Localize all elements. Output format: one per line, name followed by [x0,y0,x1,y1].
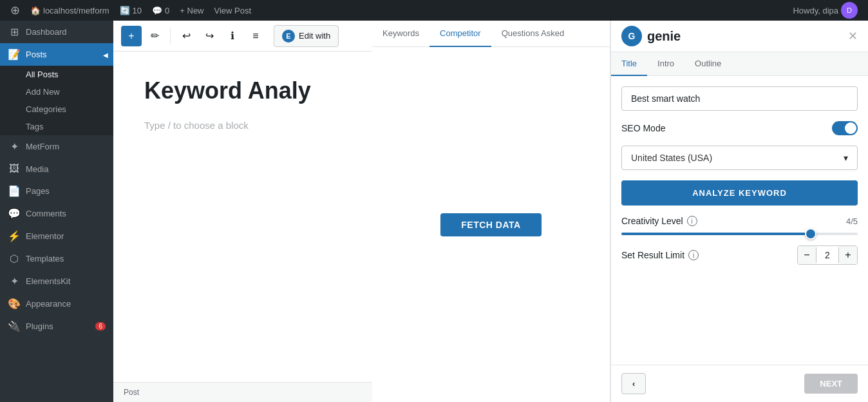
tab-questions-asked-label: Questions Asked [502,28,565,38]
sidebar-label-dashboard: Dashboard [26,27,67,37]
edit-with-logo: E [282,30,295,43]
tab-keywords-label: Keywords [382,28,419,38]
sidebar-item-media[interactable]: 🖼 Media [0,158,113,180]
add-block-button[interactable]: + [121,26,142,46]
chevron-down-icon: ▾ [844,153,848,163]
sidebar-submenu-tags[interactable]: Tags [0,118,113,135]
view-post-item[interactable]: View Post [209,0,257,21]
howdy-item[interactable]: Howdy, dipa D [788,0,863,21]
sidebar: ⊞ Dashboard 📝 Posts ◀ All Posts Add New … [0,21,113,402]
metform-icon: ✦ [8,140,21,153]
genie-logo-text: genie [647,29,681,44]
creativity-info-icon[interactable]: i [687,216,697,226]
sidebar-item-templates[interactable]: ⬡ Templates [0,247,113,270]
plugins-icon: 🔌 [8,320,21,332]
fetch-data-button[interactable]: FETCH DATA [440,213,541,236]
home-icon: 🏠 [30,6,41,15]
creativity-section: Creativity Level i 4/5 [621,216,858,235]
close-panel-button[interactable]: ✕ [848,29,858,43]
stepper-minus-button[interactable]: − [798,246,816,264]
sidebar-item-plugins[interactable]: 🔌 Plugins 6 [0,315,113,338]
list-view-button[interactable]: ≡ [245,26,266,46]
tab-competitor[interactable]: Competitor [429,21,491,47]
sub-tab-title[interactable]: Title [611,52,647,76]
tab-competitor-label: Competitor [440,28,481,38]
sidebar-label-metform: MetForm [26,142,59,151]
fetch-data-container: FETCH DATA [440,198,541,252]
sidebar-label-comments: Comments [26,209,66,218]
sidebar-item-posts[interactable]: 📝 Posts ◀ [0,43,113,66]
prev-icon: ‹ [632,379,635,388]
sub-tab-intro[interactable]: Intro [647,52,684,76]
analyze-btn-label: ANALYZE KEYWORD [692,188,787,198]
post-status-label: Post [124,388,139,397]
wp-logo: ⊕ [10,3,20,17]
sidebar-item-pages[interactable]: 📄 Pages [0,180,113,202]
comments-item[interactable]: 💬 0 [147,0,175,21]
creativity-label: Creativity Level [621,216,683,226]
right-panel-body: SEO Mode United States (USA) ▾ ANALYZE K… [611,76,868,365]
prev-button[interactable]: ‹ [621,373,646,394]
sidebar-submenu-all-posts[interactable]: All Posts [0,66,113,83]
edit-with-label: Edit with [299,31,330,41]
slider-thumb[interactable] [805,228,816,240]
sub-tab-intro-label: Intro [657,59,674,68]
sidebar-item-appearance[interactable]: 🎨 Appearance [0,292,113,315]
comments-count: 0 [165,6,169,15]
editor-status-bar: Post [113,382,372,402]
sidebar-item-dashboard[interactable]: ⊞ Dashboard [0,21,113,43]
post-title[interactable]: Keyword Analy [144,77,341,104]
seo-mode-toggle[interactable] [832,121,858,135]
site-name-item[interactable]: 🏠 localhost/metform [25,0,115,21]
creativity-row: Creativity Level i 4/5 [621,216,858,226]
main-layout: ⊞ Dashboard 📝 Posts ◀ All Posts Add New … [0,21,868,402]
updates-item[interactable]: 🔄 10 [115,0,147,21]
sidebar-label-media: Media [26,164,48,174]
keyword-input[interactable] [621,86,858,111]
right-panel-header: G genie ✕ [611,21,868,52]
wp-logo-item[interactable]: ⊕ [5,0,25,21]
info-button[interactable]: ℹ [222,26,243,46]
new-item[interactable]: + New [175,0,209,21]
toggle-knob [845,122,856,134]
tab-questions-asked[interactable]: Questions Asked [491,21,575,47]
result-limit-info-icon[interactable]: i [688,250,699,260]
analyze-keyword-button[interactable]: ANALYZE KEYWORD [621,180,858,206]
howdy-label: Howdy, dipa [793,6,838,15]
seo-mode-label: SEO Mode [621,123,665,133]
admin-bar-right: Howdy, dipa D [788,0,863,21]
stepper-plus-button[interactable]: + [839,246,857,264]
next-label: NEXT [820,379,842,388]
comments-side-icon: 💬 [8,207,21,220]
sub-tab-outline-label: Outline [695,59,721,68]
sidebar-item-elementor[interactable]: ⚡ Elementor [0,225,113,247]
middle-keyword-body: FETCH DATA [372,47,610,402]
sidebar-item-elementskit[interactable]: ✦ ElementsKit [0,270,113,292]
posts-collapse-arrow: ◀ [103,51,108,58]
view-post-label: View Post [214,6,252,15]
edit-with-button[interactable]: E Edit with [274,25,339,47]
result-limit-row: Set Result Limit i − 2 + [621,245,858,265]
plugins-badge: 6 [95,322,106,330]
sub-tab-title-label: Title [621,59,637,68]
next-button[interactable]: NEXT [804,374,858,394]
editor-placeholder[interactable]: Type / to choose a block [144,120,341,131]
sidebar-item-comments[interactable]: 💬 Comments [0,202,113,225]
sidebar-submenu-categories[interactable]: Categories [0,100,113,118]
pages-icon: 📄 [8,185,21,197]
sub-tab-outline[interactable]: Outline [684,52,731,76]
country-select[interactable]: United States (USA) ▾ [621,146,858,170]
sidebar-label-plugins: Plugins [26,321,53,331]
new-label: + New [180,6,203,15]
center-body: Keyword Analy Type / to choose a block [113,52,372,382]
sidebar-submenu-add-new[interactable]: Add New [0,83,113,100]
editor-content-area[interactable]: Keyword Analy Type / to choose a block [113,52,372,382]
tab-keywords[interactable]: Keywords [372,21,429,47]
genie-logo-circle: G [621,26,642,46]
comments-icon: 💬 [152,6,162,15]
sidebar-item-metform[interactable]: ✦ MetForm [0,135,113,158]
undo-button[interactable]: ↩ [176,26,196,46]
edit-button[interactable]: ✏ [144,26,165,46]
redo-button[interactable]: ↪ [199,26,220,46]
genie-logo: G genie [621,26,681,46]
